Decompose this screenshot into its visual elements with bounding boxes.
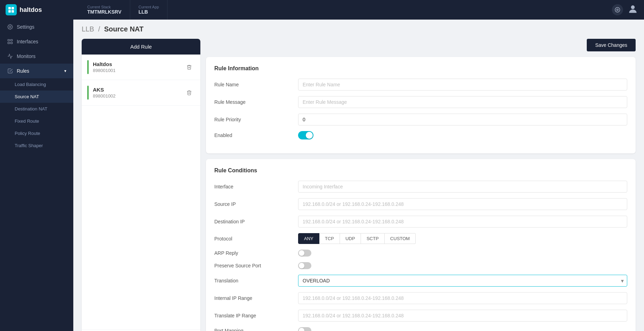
rule-indicator — [87, 86, 89, 100]
interface-control — [298, 181, 627, 193]
internal-ip-range-control — [298, 292, 627, 304]
protocol-row: Protocol ANY TCP UDP SCTP CUSTOM — [214, 233, 627, 244]
toggle-knob — [306, 132, 313, 139]
rule-name-input[interactable] — [298, 79, 627, 91]
rule-name-label: Rule Name — [214, 82, 298, 87]
sidebar-subitem-policy-route[interactable]: Policy Route — [0, 127, 73, 139]
destination-ip-label: Destination IP — [214, 219, 298, 224]
rule-name: AKS — [93, 87, 184, 93]
proto-sctp-button[interactable]: SCTP — [361, 233, 385, 244]
sidebar-subitem-load-balancing[interactable]: Load Balancing — [0, 78, 73, 91]
topbar-circle-button[interactable] — [612, 4, 623, 15]
rule-conditions-title: Rule Conditions — [214, 167, 627, 174]
rule-indicator — [87, 60, 89, 74]
svg-rect-10 — [8, 42, 9, 44]
topbar-nav: Current Stack TMTMRLKSRV Current App LLB — [79, 0, 612, 20]
rules-chevron-icon: ▾ — [64, 69, 66, 73]
save-changes-button[interactable]: Save Changes — [587, 39, 636, 51]
rules-panel: Add Rule Haltdos 898001001 AKS 89 — [82, 39, 200, 331]
logo-text: haltdos — [20, 6, 42, 14]
rule-message-row: Rule Message — [214, 96, 627, 108]
protocol-group: ANY TCP UDP SCTP CUSTOM — [298, 233, 627, 244]
arp-reply-label: ARP Reply — [214, 250, 298, 256]
svg-rect-1 — [12, 7, 14, 9]
translation-select[interactable]: OVERLOAD STATIC DYNAMIC — [298, 275, 627, 287]
translate-ip-range-label: Translate IP Range — [214, 313, 298, 318]
sidebar-subitem-fixed-route[interactable]: Fixed Route — [0, 115, 73, 127]
settings-icon — [7, 24, 13, 30]
sidebar-item-rules[interactable]: Rules ▾ — [0, 64, 73, 78]
rule-name-control — [298, 79, 627, 91]
translate-ip-range-input[interactable] — [298, 310, 627, 322]
enabled-toggle[interactable] — [298, 131, 313, 139]
svg-rect-0 — [8, 7, 11, 9]
proto-tcp-button[interactable]: TCP — [319, 233, 340, 244]
destination-ip-input[interactable] — [298, 216, 627, 228]
current-app-label: Current App — [139, 5, 159, 9]
svg-point-5 — [615, 7, 620, 12]
rule-message-input[interactable] — [298, 96, 627, 108]
add-rule-button[interactable]: Add Rule — [82, 39, 200, 55]
save-row: Save Changes — [206, 39, 636, 51]
current-app-nav[interactable]: Current App LLB — [130, 0, 168, 20]
sidebar-item-monitors[interactable]: Monitors — [0, 49, 73, 64]
svg-rect-8 — [8, 39, 9, 41]
rule-info: Haltdos 898001001 — [93, 61, 184, 73]
rule-information-card: Rule Information Rule Name Rule Message — [206, 57, 636, 153]
proto-any-button[interactable]: ANY — [298, 233, 319, 244]
interfaces-icon — [7, 38, 13, 45]
rule-priority-control — [298, 114, 627, 125]
proto-udp-button[interactable]: UDP — [340, 233, 361, 244]
delete-haltdos-button[interactable] — [184, 62, 195, 73]
sidebar-subitem-fixed-route-label: Fixed Route — [15, 118, 66, 124]
enabled-label: Enabled — [214, 132, 298, 138]
preserve-source-port-label: Preserve Source Port — [214, 263, 298, 268]
delete-aks-button[interactable] — [184, 87, 195, 98]
source-ip-input[interactable] — [298, 198, 627, 210]
profile-icon[interactable] — [627, 3, 638, 16]
internal-ip-range-label: Internal IP Range — [214, 295, 298, 301]
translation-select-wrapper: OVERLOAD STATIC DYNAMIC — [298, 275, 627, 287]
sidebar-item-interfaces[interactable]: Interfaces — [0, 34, 73, 49]
content-area: Add Rule Haltdos 898001001 AKS 89 — [73, 39, 644, 331]
rule-name: Haltdos — [93, 61, 184, 67]
sidebar-subitem-traffic-shaper[interactable]: Traffic Shaper — [0, 139, 73, 152]
svg-point-6 — [631, 5, 635, 9]
port-mapping-knob — [299, 328, 304, 331]
rule-priority-input[interactable] — [298, 114, 627, 125]
sidebar-item-settings-label: Settings — [17, 24, 66, 30]
topbar: haltdos Current Stack TMTMRLKSRV Current… — [0, 0, 644, 20]
arp-reply-toggle[interactable] — [298, 250, 311, 257]
breadcrumb: LLB / Source NAT — [73, 20, 644, 39]
sidebar-subitem-policy-route-label: Policy Route — [15, 131, 66, 136]
sidebar-subitem-destination-nat-label: Destination NAT — [15, 106, 66, 111]
preserve-source-port-control — [298, 262, 627, 269]
arp-reply-control — [298, 250, 627, 257]
preserve-source-port-row: Preserve Source Port — [214, 262, 627, 269]
port-mapping-label: Port Mapping — [214, 328, 298, 331]
preserve-source-port-toggle[interactable] — [298, 262, 311, 269]
rules-subitems: Load Balancing Source NAT Destination NA… — [0, 78, 73, 152]
translation-control: OVERLOAD STATIC DYNAMIC — [298, 275, 627, 287]
table-row[interactable]: Haltdos 898001001 — [82, 55, 200, 80]
rule-info: AKS 898001002 — [93, 87, 184, 99]
logo: haltdos — [6, 4, 79, 15]
svg-rect-3 — [12, 10, 14, 13]
sidebar-item-settings[interactable]: Settings — [0, 20, 73, 34]
internal-ip-range-input[interactable] — [298, 292, 627, 304]
svg-rect-11 — [10, 42, 12, 44]
proto-custom-button[interactable]: CUSTOM — [385, 233, 416, 244]
svg-point-7 — [9, 26, 11, 28]
sidebar-subitem-source-nat[interactable]: Source NAT — [0, 91, 73, 103]
port-mapping-row: Port Mapping — [214, 327, 627, 331]
sidebar-subitem-source-nat-label: Source NAT — [15, 94, 66, 99]
rule-message-control — [298, 96, 627, 108]
table-row[interactable]: AKS 898001002 — [82, 80, 200, 106]
sidebar: Settings Interfaces Monitors Rules ▾ Loa… — [0, 20, 73, 331]
interface-input[interactable] — [298, 181, 627, 193]
port-mapping-toggle[interactable] — [298, 327, 311, 331]
destination-ip-control — [298, 216, 627, 228]
current-stack-nav[interactable]: Current Stack TMTMRLKSRV — [79, 0, 130, 20]
interface-row: Interface — [214, 181, 627, 193]
sidebar-subitem-destination-nat[interactable]: Destination NAT — [0, 103, 73, 115]
